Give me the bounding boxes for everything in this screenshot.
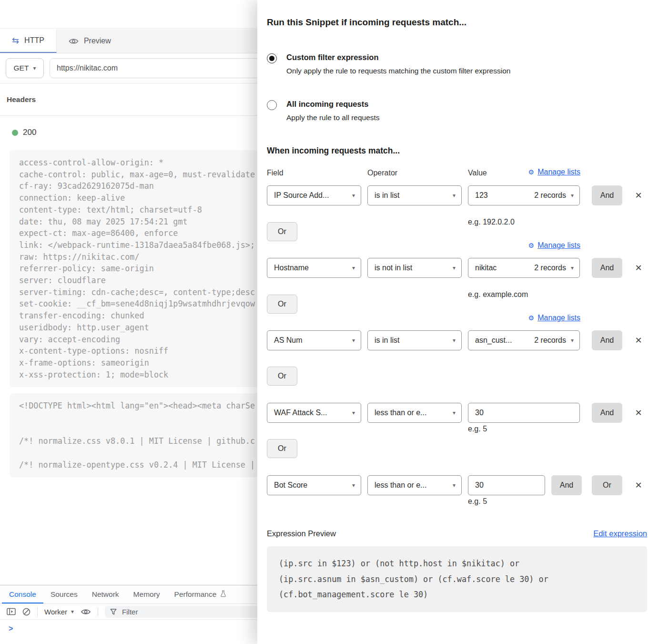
and-button-row5[interactable]: And bbox=[551, 475, 582, 495]
chevron-down-icon: ▾ bbox=[453, 193, 456, 198]
chevron-down-icon: ▾ bbox=[352, 482, 355, 488]
devtools-tab-bar: Console Sources Network Memory Performan… bbox=[0, 585, 267, 604]
chevron-down-icon: ▾ bbox=[352, 410, 355, 416]
chevron-down-icon: ▾ bbox=[352, 337, 355, 343]
flask-icon bbox=[220, 590, 226, 599]
value-hint-row1: e.g. 192.0.2.0 bbox=[468, 218, 515, 226]
console-prompt[interactable]: > bbox=[0, 620, 267, 633]
headers-section-header: Headers bbox=[0, 84, 267, 116]
console-filter[interactable] bbox=[105, 606, 263, 618]
chevron-down-icon: ▾ bbox=[33, 65, 36, 71]
chevron-down-icon: ▾ bbox=[71, 609, 74, 614]
chevron-down-icon: ▾ bbox=[571, 265, 574, 271]
console-toolbar: Worker ▾ bbox=[0, 604, 267, 620]
value-hint-row2: e.g. example.com bbox=[468, 290, 528, 299]
chevron-down-icon: ▾ bbox=[352, 193, 355, 198]
value-input-row5[interactable] bbox=[468, 475, 545, 495]
chevron-down-icon: ▾ bbox=[453, 482, 456, 488]
column-label-operator: Operator bbox=[367, 169, 397, 177]
expression-preview-code: (ip.src in $123) or (not http.host in $n… bbox=[267, 546, 647, 612]
value-list-select-row2[interactable]: nikitac 2 records ▾ bbox=[468, 258, 580, 278]
tab-preview-label: Preview bbox=[84, 37, 111, 45]
chevron-down-icon: ▾ bbox=[453, 265, 456, 271]
tab-performance[interactable]: Performance bbox=[167, 585, 234, 603]
dock-sidebar-icon[interactable] bbox=[7, 608, 16, 615]
request-url-row: GET ▾ bbox=[0, 54, 267, 83]
or-button-row4[interactable]: Or bbox=[267, 439, 297, 458]
field-select-row4[interactable]: WAF Attack S... ▾ bbox=[267, 403, 361, 423]
field-select-row1[interactable]: IP Source Add... ▾ bbox=[267, 185, 361, 205]
tab-memory[interactable]: Memory bbox=[126, 585, 167, 603]
toolbar-divider bbox=[37, 607, 38, 616]
field-select-row5[interactable]: Bot Score ▾ bbox=[267, 475, 361, 495]
tab-console[interactable]: Console bbox=[2, 585, 43, 603]
or-button-row3[interactable]: Or bbox=[267, 367, 297, 386]
or-button-row5[interactable]: Or bbox=[592, 475, 622, 495]
remove-row3-close-icon[interactable]: ✕ bbox=[632, 330, 645, 350]
column-label-value: Value bbox=[468, 169, 487, 177]
headers-section-label: Headers bbox=[7, 95, 36, 104]
devtools-panel: Console Sources Network Memory Performan… bbox=[0, 585, 267, 644]
http-client-panel: ⇆ HTTP Preview GET ▾ Headers 200 access-… bbox=[0, 0, 267, 644]
radio-custom-filter[interactable] bbox=[267, 53, 277, 63]
radio-all-requests-desc: Apply the rule to all requests bbox=[286, 113, 380, 122]
or-button-row2[interactable]: Or bbox=[267, 295, 297, 314]
live-expression-eye-icon[interactable] bbox=[81, 608, 91, 615]
toolbar-divider bbox=[98, 607, 98, 616]
value-input-row4[interactable] bbox=[468, 403, 580, 423]
gear-icon: ⚙ bbox=[528, 169, 535, 175]
match-subtitle: When incoming requests match... bbox=[267, 146, 400, 156]
tab-http[interactable]: ⇆ HTTP bbox=[0, 29, 57, 53]
and-button-row4[interactable]: And bbox=[592, 403, 622, 423]
radio-custom-filter-label: Custom filter expression bbox=[286, 53, 378, 62]
manage-lists-link-1[interactable]: ⚙ Manage lists bbox=[528, 168, 580, 176]
value-hint-row4: e.g. 5 bbox=[468, 425, 487, 433]
gear-icon: ⚙ bbox=[528, 315, 535, 321]
chevron-down-icon: ▾ bbox=[453, 410, 456, 416]
and-button-row1[interactable]: And bbox=[592, 185, 622, 205]
edit-expression-link[interactable]: Edit expression bbox=[593, 529, 647, 538]
radio-all-requests[interactable] bbox=[267, 100, 277, 110]
tab-http-label: HTTP bbox=[24, 36, 44, 45]
manage-lists-link-3[interactable]: ⚙ Manage lists bbox=[528, 314, 580, 322]
method-select[interactable]: GET ▾ bbox=[6, 58, 44, 78]
and-button-row3[interactable]: And bbox=[592, 330, 622, 350]
filter-input[interactable] bbox=[121, 607, 258, 616]
chevron-down-icon: ▾ bbox=[571, 193, 574, 198]
worker-context-select[interactable]: Worker ▾ bbox=[44, 608, 74, 616]
tab-preview[interactable]: Preview bbox=[57, 29, 123, 53]
tab-sources[interactable]: Sources bbox=[43, 585, 85, 603]
operator-select-row4[interactable]: less than or e... ▾ bbox=[367, 403, 462, 423]
field-select-row3[interactable]: AS Num ▾ bbox=[267, 330, 361, 350]
field-select-row2[interactable]: Hostname ▾ bbox=[267, 258, 361, 278]
or-button-row1[interactable]: Or bbox=[267, 222, 297, 241]
manage-lists-link-2[interactable]: ⚙ Manage lists bbox=[528, 241, 580, 250]
chevron-down-icon: ▾ bbox=[352, 265, 355, 271]
clear-console-icon[interactable] bbox=[22, 608, 30, 616]
and-button-row2[interactable]: And bbox=[592, 258, 622, 278]
gear-icon: ⚙ bbox=[528, 242, 535, 249]
remove-row1-close-icon[interactable]: ✕ bbox=[632, 185, 645, 205]
value-hint-row5: e.g. 5 bbox=[468, 497, 487, 506]
value-list-select-row1[interactable]: 123 2 records ▾ bbox=[468, 185, 580, 205]
operator-select-row2[interactable]: is not in list ▾ bbox=[367, 258, 462, 278]
remove-row4-close-icon[interactable]: ✕ bbox=[632, 403, 645, 423]
status-ok-dot bbox=[12, 130, 18, 136]
funnel-icon bbox=[110, 609, 117, 615]
value-list-select-row3[interactable]: asn_cust... 2 records ▾ bbox=[468, 330, 580, 350]
remove-row5-close-icon[interactable]: ✕ bbox=[632, 475, 645, 495]
request-tab-bar: ⇆ HTTP Preview bbox=[0, 29, 267, 53]
url-input[interactable] bbox=[50, 58, 264, 78]
status-code: 200 bbox=[23, 128, 36, 137]
operator-select-row1[interactable]: is in list ▾ bbox=[367, 185, 462, 205]
remove-row2-close-icon[interactable]: ✕ bbox=[632, 258, 645, 278]
column-label-field: Field bbox=[267, 169, 284, 177]
operator-select-row5[interactable]: less than or e... ▾ bbox=[367, 475, 462, 495]
expression-preview-label: Expression Preview bbox=[267, 529, 336, 538]
tab-network[interactable]: Network bbox=[85, 585, 126, 603]
http-arrows-icon: ⇆ bbox=[12, 36, 19, 45]
operator-select-row3[interactable]: is in list ▾ bbox=[367, 330, 462, 350]
expression-preview-box: (ip.src in $123) or (not http.host in $n… bbox=[267, 546, 647, 612]
chevron-down-icon: ▾ bbox=[453, 337, 456, 343]
method-label: GET bbox=[14, 64, 29, 72]
